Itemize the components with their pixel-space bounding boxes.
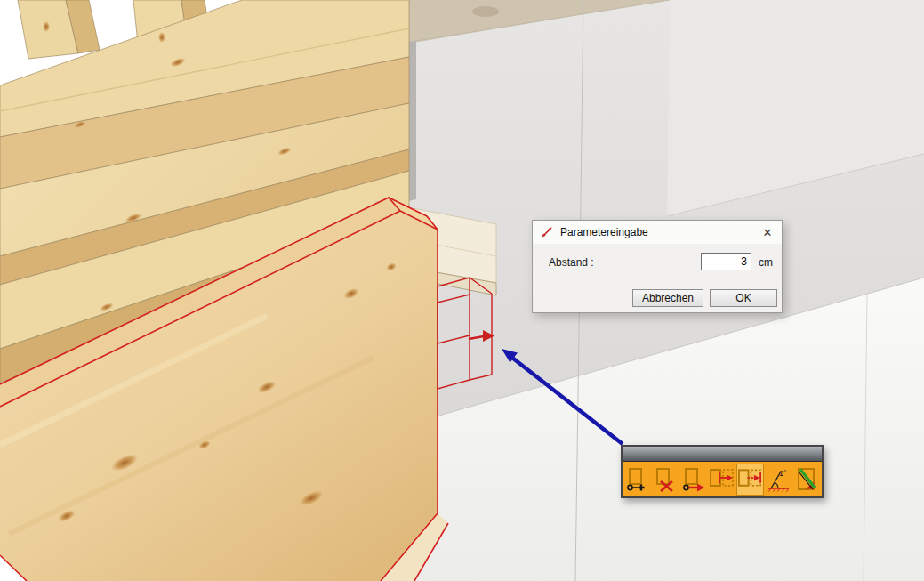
distance-inner-button[interactable] [709,464,736,496]
angle-button[interactable]: 1° [765,464,792,496]
distance-inner-icon [709,466,735,493]
distance-label: Abstand : [549,256,594,269]
ok-button[interactable]: OK [710,289,777,307]
distance-free-icon [737,466,763,493]
angle-icon: 1° [767,466,790,493]
edit-toolbar: 1° [621,445,824,498]
slope-icon [795,466,818,493]
dialog-titlebar[interactable]: Parametereingabe ✕ [533,221,782,244]
app-root: { "window": { "kind": "timber-cad-3d-vie… [0,0,924,581]
distance-free-button[interactable] [736,464,764,496]
measure-distance-icon [541,226,553,238]
toolbar-grip[interactable] [623,447,822,462]
insert-point-icon [626,466,650,493]
delete-button[interactable] [653,464,680,496]
insert-point-button[interactable] [624,464,652,496]
delete-icon [654,466,678,493]
toolbar-row: 1° [623,462,822,496]
move-point-icon [682,466,706,493]
slope-button[interactable] [793,464,821,496]
distance-input[interactable] [701,253,751,270]
unit-label: cm [759,256,773,269]
parameter-dialog: Parametereingabe ✕ Abstand : cm Abbreche… [532,220,783,313]
close-icon[interactable]: ✕ [759,224,776,240]
svg-text:1°: 1° [779,469,787,478]
move-point-button[interactable] [680,464,708,496]
dialog-title: Parametereingabe [560,226,648,238]
cancel-button[interactable]: Abbrechen [632,289,703,307]
